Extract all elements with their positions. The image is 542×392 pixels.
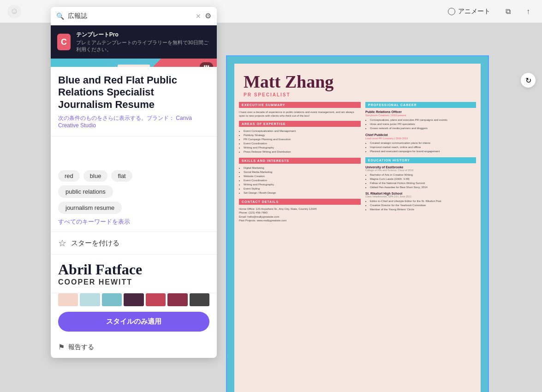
- pro-banner[interactable]: C テンプレートPro プレミアムテンプレートのライブラリーを無料で30日間ご利…: [51, 25, 217, 59]
- skills-list: Digital Marketing Social Media Marketing…: [239, 166, 361, 195]
- font-name-2: COOPER HEWITT: [58, 278, 209, 286]
- resume-col-right: PROFESSIONAL CAREER Public Relations Off…: [365, 102, 476, 225]
- edu2-bullet: Member of the Young Writers' Circle: [370, 208, 476, 212]
- job1-bullet: Grows network of media partners and blog…: [370, 126, 476, 131]
- exec-summary-text: I have over a decade of experience in pu…: [239, 110, 361, 118]
- exec-summary-header: EXECUTIVE SUMMARY: [239, 102, 361, 108]
- job2-company: Loud Level PR Company | 2016-2019: [365, 137, 476, 140]
- swatch-3[interactable]: [102, 293, 122, 306]
- top-right-icons: ⧉ ↑: [501, 5, 535, 18]
- report-icon: ⚑: [58, 343, 65, 351]
- skill-item: Set Design / Booth Design: [244, 191, 361, 195]
- job1-company: Storyboom Creatives | 2019-present: [365, 114, 476, 117]
- font-section: Abril Fatface COOPER HEWITT: [51, 255, 217, 293]
- edu2-sub: Class Valedictorian, GPA 3.9 | June 2011: [365, 195, 476, 198]
- edu2-school: St. Rikafort High School: [365, 192, 476, 195]
- popup-meta-prefix: 次の条件のものをさらに表示する。ブランド：: [58, 115, 174, 121]
- resume-preview[interactable]: Matt Zhang PR SPECIALIST EXECUTIVE SUMMA…: [226, 55, 489, 392]
- edu2-bullet: Editor-in-Chief and Lifestyle Editor for…: [370, 199, 476, 203]
- tag-flat[interactable]: flat: [111, 170, 132, 182]
- star-icon: ☆: [58, 238, 66, 249]
- tag-blue[interactable]: blue: [83, 170, 108, 182]
- skills-header: SKILLS AND INTERESTS: [239, 158, 361, 164]
- resume-header: Matt Zhang PR SPECIALIST: [234, 64, 481, 102]
- show-all-keywords[interactable]: すべてのキーワードを表示: [58, 218, 209, 226]
- job1-bullets: Conceptualizes, plans and executes PR ca…: [365, 118, 476, 131]
- clear-icon[interactable]: ✕: [196, 12, 201, 20]
- job2-bullet: Planned and executed campaigns for brand…: [370, 149, 476, 154]
- app-logo: ☺: [7, 5, 21, 18]
- tags-row-2: public relations: [58, 185, 209, 198]
- edu1-bullet: Fellow of the National Fiction Writing S…: [370, 181, 476, 185]
- expertise-item: Publicity Strategy: [244, 133, 361, 137]
- refresh-button[interactable]: ↻: [521, 73, 536, 88]
- resume-name: Matt Zhang: [244, 73, 471, 90]
- apply-style-button[interactable]: スタイルのみ適用: [58, 312, 209, 332]
- skill-item: Website Creation: [244, 174, 361, 178]
- sidebar-panel: 🔍 ✕ ⚙ C テンプレートPro プレミアムテンプレートのライブラリーを無料で…: [51, 7, 217, 358]
- skill-item: Event Coordination: [244, 178, 361, 183]
- expertise-list: Event Conceptualization and Management P…: [239, 129, 361, 154]
- star-label: スターを付ける: [71, 239, 119, 248]
- pro-subtitle: プレミアムテンプレートのライブラリーを無料で30日間ご利用ください。: [76, 39, 210, 53]
- job1-bullet: Hires and trains junior PR specialists: [370, 122, 476, 126]
- tags-row-1: red blue flat: [58, 170, 209, 182]
- swatch-1[interactable]: [58, 293, 78, 306]
- tag-red[interactable]: red: [58, 170, 80, 182]
- edu2-bullet: Creative Director for the Yearbook Commi…: [370, 203, 476, 208]
- resume-body: EXECUTIVE SUMMARY I have over a decade o…: [234, 102, 481, 230]
- tags-section: red blue flat public relations journalis…: [51, 165, 217, 232]
- expertise-item: Event Conceptualization and Management: [244, 129, 361, 133]
- resume-title: PR SPECIALIST: [244, 92, 471, 97]
- animate-label: アニメート: [458, 7, 490, 16]
- pro-icon: C: [57, 34, 71, 50]
- filter-icon[interactable]: ⚙: [205, 12, 211, 20]
- resume-col-left: EXECUTIVE SUMMARY I have over a decade o…: [239, 102, 361, 225]
- edu1-bullet: Magna Cum Laude (GWA: 3.58): [370, 177, 476, 181]
- edu2-bullets: Editor-in-Chief and Lifestyle Editor for…: [365, 199, 476, 212]
- popup-title: Blue and Red Flat Public Relations Speci…: [58, 74, 209, 111]
- popup-meta: 次の条件のものをさらに表示する。ブランド： Canva Creative Stu…: [58, 114, 209, 129]
- edu-header: EDUCATION HISTORY: [365, 157, 476, 163]
- swatch-2[interactable]: [80, 293, 100, 306]
- expertise-item: Press Release Writing and Distribution: [244, 150, 361, 154]
- tag-journalism-resume[interactable]: journalism resume: [58, 202, 122, 214]
- pro-title: テンプレートPro: [76, 31, 210, 39]
- job2-bullets: Created strategic communication plans fo…: [365, 141, 476, 154]
- search-bar: 🔍 ✕ ⚙: [51, 7, 217, 25]
- job2-bullet: Created strategic communication plans fo…: [370, 141, 476, 145]
- animate-button[interactable]: アニメート: [448, 7, 490, 16]
- report-section[interactable]: ⚑ 報告する: [51, 338, 217, 358]
- swatch-5[interactable]: [146, 293, 166, 306]
- skill-item: Event Styling: [244, 187, 361, 191]
- expertise-header: AREAS OF EXPERTISE: [239, 121, 361, 127]
- edu1-bullets: Bachelor of Arts in Creative Writing Mag…: [365, 173, 476, 190]
- skill-item: Social Media Marketing: [244, 170, 361, 174]
- edu1-bullet: Bachelor of Arts in Creative Writing: [370, 173, 476, 177]
- edu1-bullet: Gilded Pen Awardee for Best Short Story,…: [370, 185, 476, 190]
- template-popup: Blue and Red Flat Public Relations Speci…: [51, 67, 217, 137]
- job1-title: Public Relations Officer: [365, 110, 476, 113]
- search-icon: 🔍: [56, 12, 64, 20]
- career-header: PROFESSIONAL CAREER: [365, 102, 476, 108]
- swatch-7[interactable]: [190, 293, 209, 306]
- skill-item: Digital Marketing: [244, 166, 361, 170]
- contact-header: CONTACT DETAILS: [239, 199, 361, 205]
- edu1-sub: College of Arts and Science, Class of 20…: [365, 169, 476, 172]
- star-section[interactable]: ☆ スターを付ける: [51, 232, 217, 255]
- swatch-6[interactable]: [167, 293, 187, 306]
- tag-public-relations[interactable]: public relations: [58, 185, 113, 198]
- export-icon[interactable]: ↑: [522, 5, 535, 18]
- font-name-1: Abril Fatface: [58, 261, 209, 278]
- edu1-school: University of Eastbrooke: [365, 166, 476, 169]
- swatch-4[interactable]: [124, 293, 143, 306]
- search-input[interactable]: [68, 12, 192, 20]
- copy-icon[interactable]: ⧉: [501, 5, 514, 18]
- contact-text: Home Office: 123 Anywhere St., Any City,…: [239, 207, 361, 223]
- expertise-item: Event Coordination: [244, 142, 361, 146]
- job2-title: Chief Publicist: [365, 133, 476, 137]
- expertise-item: PR Campaign Planning and Execution: [244, 137, 361, 142]
- skill-item: Writing and Photography: [244, 183, 361, 187]
- animate-icon: [448, 8, 455, 15]
- pro-text: テンプレートPro プレミアムテンプレートのライブラリーを無料で30日間ご利用く…: [76, 31, 210, 53]
